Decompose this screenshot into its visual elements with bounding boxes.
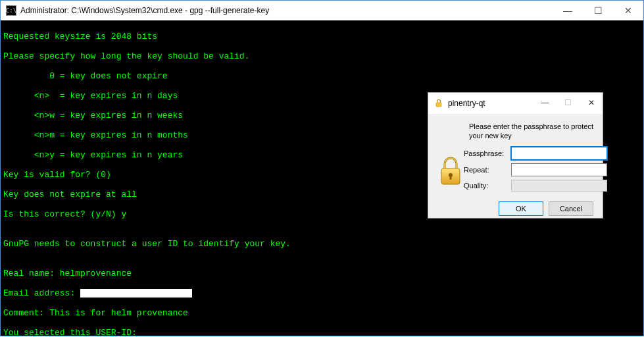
passphrase-label: Passphrase: <box>464 149 511 157</box>
quality-bar <box>511 180 607 192</box>
svg-rect-0 <box>436 103 441 107</box>
cmd-icon: C:\ <box>6 5 16 16</box>
term-line: Please specify how long the key should b… <box>3 51 641 61</box>
maximize-button: ☐ <box>557 93 580 113</box>
pinentry-dialog: pinentry-qt — ☐ ✕ Please enter the passp… <box>428 92 603 219</box>
passphrase-row: Passphrase: <box>464 147 607 160</box>
minimize-button[interactable]: — <box>553 1 583 20</box>
pinentry-window-controls: — ☐ ✕ <box>533 93 603 114</box>
term-line: Real name: helmprovenance <box>3 269 641 278</box>
term-line: You selected this USER-ID: <box>3 328 641 337</box>
repeat-input[interactable] <box>511 163 607 176</box>
pinentry-title-text: pinentry-qt <box>448 99 533 108</box>
close-button[interactable]: ✕ <box>613 1 643 20</box>
pinentry-fields: Passphrase: Repeat: Quality: <box>464 147 607 195</box>
lock-icon <box>433 98 444 109</box>
lock-icon-svg <box>437 155 464 187</box>
svg-rect-3 <box>450 175 452 180</box>
term-line: GnuPG needs to construct a user ID to id… <box>3 239 641 249</box>
close-button[interactable]: ✕ <box>580 93 603 113</box>
term-line: Email address: <box>3 288 641 298</box>
minimize-button[interactable]: — <box>533 93 557 113</box>
passphrase-input[interactable] <box>511 147 607 160</box>
cancel-button[interactable]: Cancel <box>549 201 593 216</box>
quality-row: Quality: <box>464 180 607 192</box>
cmd-window-controls: — ☐ ✕ <box>553 1 643 20</box>
pinentry-prompt: Please enter the passphrase to protect y… <box>469 122 593 140</box>
pinentry-main-row: Passphrase: Repeat: Quality: <box>437 147 593 195</box>
ok-button[interactable]: OK <box>499 201 543 216</box>
term-line: 0 = key does not expire <box>3 71 641 81</box>
quality-label: Quality: <box>464 182 511 190</box>
pinentry-body: Please enter the passphrase to protect y… <box>428 114 603 222</box>
lock-icon-large <box>437 155 464 187</box>
repeat-row: Repeat: <box>464 163 607 176</box>
pinentry-titlebar[interactable]: pinentry-qt — ☐ ✕ <box>428 93 603 114</box>
cmd-titlebar[interactable]: C:\ Administrator: C:\Windows\System32\c… <box>1 1 643 20</box>
term-text: Email address: <box>3 288 80 298</box>
repeat-label: Repeat: <box>464 166 511 174</box>
redacted-email <box>80 289 192 298</box>
term-line: Comment: This is for helm provenance <box>3 308 641 318</box>
pinentry-buttons: OK Cancel <box>437 201 593 216</box>
maximize-button[interactable]: ☐ <box>583 1 613 20</box>
lock-icon-svg <box>434 99 443 108</box>
cmd-title-text: Administrator: C:\Windows\System32\cmd.e… <box>20 6 553 15</box>
term-line: Requested keysize is 2048 bits <box>3 32 641 41</box>
